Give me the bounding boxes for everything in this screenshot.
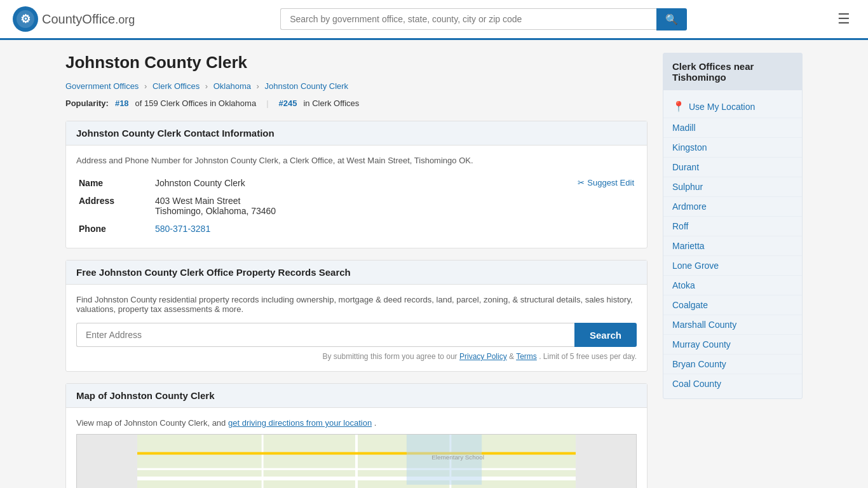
logo[interactable]: ⚙ CountyOffice.org — [13, 6, 135, 32]
main-content: Johnston County Clerk Government Offices… — [65, 53, 648, 488]
contact-section-header: Johnston County Clerk Contact Informatio… — [66, 121, 647, 146]
sidebar-box: Clerk Offices near Tishomingo 📍 Use My L… — [663, 53, 803, 399]
breadcrumb-oklahoma[interactable]: Oklahoma — [214, 81, 251, 91]
header: ⚙ CountyOffice.org 🔍 ☰ — [0, 0, 868, 40]
and-text: & — [509, 352, 516, 361]
breadcrumb-clerk-offices[interactable]: Clerk Offices — [153, 81, 200, 91]
sidebar-link-bryan-county[interactable]: Bryan County — [663, 354, 802, 374]
sidebar-link-roff[interactable]: Roff — [663, 216, 802, 236]
phone-link[interactable]: 580-371-3281 — [155, 224, 210, 234]
sidebar-link-marietta[interactable]: Marietta — [663, 236, 802, 255]
popularity-bar: Popularity: #18 of 159 Clerk Offices in … — [65, 98, 648, 108]
edit-icon: ✂ — [578, 178, 585, 187]
breadcrumb-sep2: › — [205, 81, 208, 91]
address-search-row: Search — [76, 323, 637, 347]
form-disclaimer: By submitting this form you agree to our… — [76, 352, 637, 361]
popularity-rank1-text: of 159 Clerk Offices in Oklahoma — [135, 98, 257, 108]
logo-org: .org — [115, 13, 135, 26]
header-search-input[interactable] — [280, 8, 656, 30]
driving-directions-link[interactable]: get driving directions from your locatio… — [228, 418, 372, 428]
header-search-area: 🔍 — [280, 8, 687, 30]
map-section-body: View map of Johnston County Clerk, and g… — [66, 408, 647, 488]
map-desc-end: . — [374, 418, 377, 428]
breadcrumb-sep1: › — [144, 81, 147, 91]
limit-text-val: Limit of 5 free uses per day. — [543, 352, 637, 361]
hamburger-menu-button[interactable]: ☰ — [832, 8, 855, 30]
use-my-location-label: Use My Location — [689, 102, 755, 112]
sidebar-link-durant[interactable]: Durant — [663, 157, 802, 177]
sidebar-link-madill[interactable]: Madill — [663, 118, 802, 137]
breadcrumb-current[interactable]: Johnston County Clerk — [265, 81, 349, 91]
svg-text:⚙: ⚙ — [20, 13, 31, 25]
map-section-header: Map of Johnston County Clerk — [66, 384, 647, 408]
search-button[interactable]: Search — [574, 323, 637, 347]
contact-section: Johnston County Clerk Contact Informatio… — [65, 121, 648, 248]
terms-link[interactable]: Terms — [516, 352, 537, 361]
property-search-section: Free Johnston County Clerk Office Proper… — [65, 260, 648, 372]
sidebar: Clerk Offices near Tishomingo 📍 Use My L… — [663, 53, 803, 488]
name-label: Name — [76, 174, 153, 192]
phone-value: 580-371-3281 — [153, 220, 637, 238]
svg-text:Elementary School: Elementary School — [431, 454, 484, 461]
header-search-button[interactable]: 🔍 — [656, 8, 687, 30]
sidebar-link-marshall-county[interactable]: Marshall County — [663, 315, 802, 334]
popularity-label: Popularity: — [65, 98, 109, 108]
contact-phone-row: Phone 580-371-3281 — [76, 220, 637, 238]
sidebar-title: Clerk Offices near Tishomingo — [663, 53, 802, 90]
logo-text: CountyOffice.org — [42, 12, 135, 27]
popularity-rank2: #245 — [279, 98, 297, 108]
contact-description: Address and Phone Number for Johnston Co… — [76, 156, 637, 165]
map-desc-start: View map of Johnston County Clerk, and — [76, 418, 226, 428]
use-my-location-link[interactable]: 📍 Use My Location — [663, 95, 802, 118]
map-placeholder[interactable]: Elementary School Chickasaw National Joh… — [76, 434, 637, 488]
sidebar-list: 📍 Use My Location Madill Kingston Durant… — [663, 90, 802, 398]
map-description: View map of Johnston County Clerk, and g… — [76, 418, 637, 428]
popularity-rank1: #18 — [115, 98, 129, 108]
sidebar-link-atoka[interactable]: Atoka — [663, 275, 802, 295]
phone-label: Phone — [76, 220, 153, 238]
sidebar-link-sulphur[interactable]: Sulphur — [663, 177, 802, 196]
sidebar-link-kingston[interactable]: Kingston — [663, 137, 802, 157]
popularity-sep: | — [266, 98, 268, 108]
name-value: Johnston County Clerk ✂ Suggest Edit — [153, 174, 637, 192]
contact-section-body: Address and Phone Number for Johnston Co… — [66, 146, 647, 248]
privacy-policy-link[interactable]: Privacy Policy — [459, 352, 507, 361]
sidebar-link-coal-county[interactable]: Coal County — [663, 374, 802, 393]
sidebar-link-murray-county[interactable]: Murray County — [663, 334, 802, 354]
suggest-edit-label: Suggest Edit — [587, 178, 634, 187]
map-section: Map of Johnston County Clerk View map of… — [65, 383, 648, 488]
address-line2: Tishomingo, Oklahoma, 73460 — [155, 206, 634, 216]
sidebar-link-ardmore[interactable]: Ardmore — [663, 196, 802, 216]
map-svg: Elementary School Chickasaw National — [77, 435, 636, 488]
contact-name-row: Name Johnston County Clerk ✂ Suggest Edi… — [76, 174, 637, 192]
contact-table: Name Johnston County Clerk ✂ Suggest Edi… — [76, 174, 637, 238]
disclaimer-text: By submitting this form you agree to our — [323, 352, 458, 361]
contact-address-row: Address 403 West Main Street Tishomingo,… — [76, 192, 637, 220]
property-description: Find Johnston County residential propert… — [76, 295, 637, 314]
property-search-header: Free Johnston County Clerk Office Proper… — [66, 261, 647, 285]
breadcrumb-gov-offices[interactable]: Government Offices — [65, 81, 139, 91]
breadcrumb: Government Offices › Clerk Offices › Okl… — [65, 81, 648, 91]
sidebar-link-coalgate[interactable]: Coalgate — [663, 295, 802, 315]
content-wrapper: Johnston County Clerk Government Offices… — [53, 53, 815, 488]
breadcrumb-sep3: › — [257, 81, 259, 91]
address-input[interactable] — [76, 323, 574, 347]
popularity-rank2-text: in Clerk Offices — [303, 98, 359, 108]
property-search-body: Find Johnston County residential propert… — [66, 285, 647, 371]
address-line1: 403 West Main Street — [155, 196, 634, 206]
location-dot-icon: 📍 — [672, 100, 685, 112]
address-value: 403 West Main Street Tishomingo, Oklahom… — [153, 192, 637, 220]
page-title: Johnston County Clerk — [65, 53, 648, 72]
address-label: Address — [76, 192, 153, 220]
sidebar-link-lone-grove[interactable]: Lone Grove — [663, 255, 802, 275]
logo-brand: CountyOffice — [42, 12, 115, 26]
limit-text: . — [539, 352, 543, 361]
name-value-text: Johnston County Clerk — [155, 178, 245, 188]
logo-icon: ⚙ — [13, 6, 38, 32]
suggest-edit-link[interactable]: ✂ Suggest Edit — [578, 178, 634, 187]
